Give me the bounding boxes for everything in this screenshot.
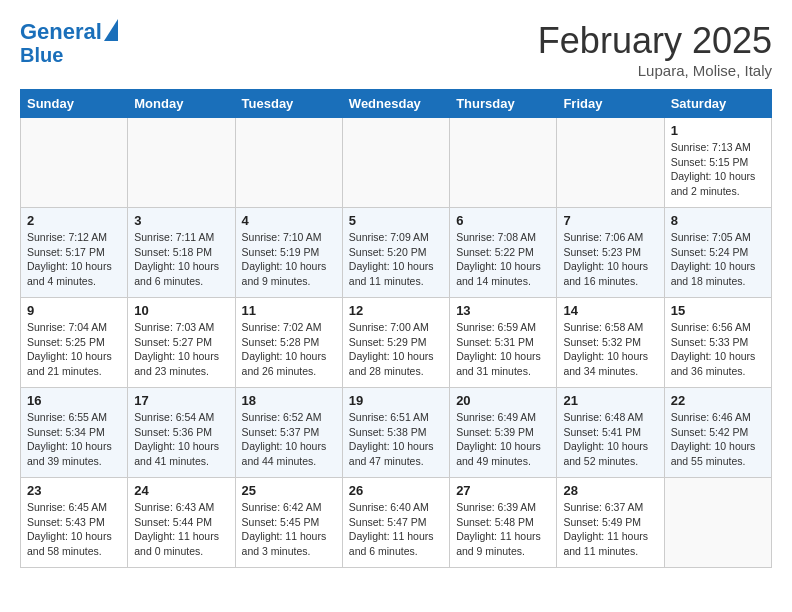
day-info: Sunrise: 6:40 AMSunset: 5:47 PMDaylight:… [349, 500, 443, 559]
day-info: Sunrise: 7:11 AMSunset: 5:18 PMDaylight:… [134, 230, 228, 289]
day-info: Sunrise: 7:10 AMSunset: 5:19 PMDaylight:… [242, 230, 336, 289]
day-cell: 12Sunrise: 7:00 AMSunset: 5:29 PMDayligh… [342, 298, 449, 388]
logo: General Blue [20, 20, 118, 66]
day-cell: 3Sunrise: 7:11 AMSunset: 5:18 PMDaylight… [128, 208, 235, 298]
day-number: 28 [563, 483, 657, 498]
day-info: Sunrise: 6:49 AMSunset: 5:39 PMDaylight:… [456, 410, 550, 469]
day-cell: 8Sunrise: 7:05 AMSunset: 5:24 PMDaylight… [664, 208, 771, 298]
day-number: 16 [27, 393, 121, 408]
day-info: Sunrise: 6:51 AMSunset: 5:38 PMDaylight:… [349, 410, 443, 469]
month-title: February 2025 [538, 20, 772, 62]
day-number: 2 [27, 213, 121, 228]
day-number: 3 [134, 213, 228, 228]
week-row-2: 2Sunrise: 7:12 AMSunset: 5:17 PMDaylight… [21, 208, 772, 298]
day-number: 26 [349, 483, 443, 498]
weekday-header-thursday: Thursday [450, 90, 557, 118]
day-number: 22 [671, 393, 765, 408]
day-info: Sunrise: 7:02 AMSunset: 5:28 PMDaylight:… [242, 320, 336, 379]
day-cell: 25Sunrise: 6:42 AMSunset: 5:45 PMDayligh… [235, 478, 342, 568]
day-number: 21 [563, 393, 657, 408]
day-number: 11 [242, 303, 336, 318]
day-cell [557, 118, 664, 208]
page-header: General Blue February 2025 Lupara, Molis… [20, 20, 772, 79]
day-cell: 26Sunrise: 6:40 AMSunset: 5:47 PMDayligh… [342, 478, 449, 568]
day-cell: 22Sunrise: 6:46 AMSunset: 5:42 PMDayligh… [664, 388, 771, 478]
day-cell: 2Sunrise: 7:12 AMSunset: 5:17 PMDaylight… [21, 208, 128, 298]
day-cell: 19Sunrise: 6:51 AMSunset: 5:38 PMDayligh… [342, 388, 449, 478]
day-cell: 24Sunrise: 6:43 AMSunset: 5:44 PMDayligh… [128, 478, 235, 568]
day-cell: 20Sunrise: 6:49 AMSunset: 5:39 PMDayligh… [450, 388, 557, 478]
day-info: Sunrise: 6:46 AMSunset: 5:42 PMDaylight:… [671, 410, 765, 469]
day-info: Sunrise: 6:52 AMSunset: 5:37 PMDaylight:… [242, 410, 336, 469]
day-info: Sunrise: 6:58 AMSunset: 5:32 PMDaylight:… [563, 320, 657, 379]
week-row-4: 16Sunrise: 6:55 AMSunset: 5:34 PMDayligh… [21, 388, 772, 478]
day-number: 10 [134, 303, 228, 318]
day-number: 19 [349, 393, 443, 408]
day-info: Sunrise: 6:56 AMSunset: 5:33 PMDaylight:… [671, 320, 765, 379]
day-cell: 17Sunrise: 6:54 AMSunset: 5:36 PMDayligh… [128, 388, 235, 478]
day-info: Sunrise: 7:06 AMSunset: 5:23 PMDaylight:… [563, 230, 657, 289]
logo-text: General Blue [20, 20, 118, 66]
day-cell: 27Sunrise: 6:39 AMSunset: 5:48 PMDayligh… [450, 478, 557, 568]
day-info: Sunrise: 7:00 AMSunset: 5:29 PMDaylight:… [349, 320, 443, 379]
day-info: Sunrise: 7:09 AMSunset: 5:20 PMDaylight:… [349, 230, 443, 289]
day-cell: 5Sunrise: 7:09 AMSunset: 5:20 PMDaylight… [342, 208, 449, 298]
week-row-3: 9Sunrise: 7:04 AMSunset: 5:25 PMDaylight… [21, 298, 772, 388]
day-info: Sunrise: 7:13 AMSunset: 5:15 PMDaylight:… [671, 140, 765, 199]
day-info: Sunrise: 6:39 AMSunset: 5:48 PMDaylight:… [456, 500, 550, 559]
day-number: 8 [671, 213, 765, 228]
day-info: Sunrise: 7:03 AMSunset: 5:27 PMDaylight:… [134, 320, 228, 379]
week-row-5: 23Sunrise: 6:45 AMSunset: 5:43 PMDayligh… [21, 478, 772, 568]
weekday-header-friday: Friday [557, 90, 664, 118]
day-info: Sunrise: 7:12 AMSunset: 5:17 PMDaylight:… [27, 230, 121, 289]
weekday-header-monday: Monday [128, 90, 235, 118]
location: Lupara, Molise, Italy [538, 62, 772, 79]
day-cell: 15Sunrise: 6:56 AMSunset: 5:33 PMDayligh… [664, 298, 771, 388]
weekday-header-row: SundayMondayTuesdayWednesdayThursdayFrid… [21, 90, 772, 118]
day-cell: 7Sunrise: 7:06 AMSunset: 5:23 PMDaylight… [557, 208, 664, 298]
day-cell: 4Sunrise: 7:10 AMSunset: 5:19 PMDaylight… [235, 208, 342, 298]
day-cell: 28Sunrise: 6:37 AMSunset: 5:49 PMDayligh… [557, 478, 664, 568]
day-cell: 9Sunrise: 7:04 AMSunset: 5:25 PMDaylight… [21, 298, 128, 388]
day-info: Sunrise: 6:54 AMSunset: 5:36 PMDaylight:… [134, 410, 228, 469]
day-number: 18 [242, 393, 336, 408]
day-number: 27 [456, 483, 550, 498]
day-number: 12 [349, 303, 443, 318]
day-info: Sunrise: 6:42 AMSunset: 5:45 PMDaylight:… [242, 500, 336, 559]
day-cell [450, 118, 557, 208]
day-number: 14 [563, 303, 657, 318]
calendar: SundayMondayTuesdayWednesdayThursdayFrid… [20, 89, 772, 568]
day-number: 25 [242, 483, 336, 498]
day-cell: 21Sunrise: 6:48 AMSunset: 5:41 PMDayligh… [557, 388, 664, 478]
day-number: 6 [456, 213, 550, 228]
day-info: Sunrise: 6:59 AMSunset: 5:31 PMDaylight:… [456, 320, 550, 379]
logo-icon [104, 19, 118, 41]
day-number: 4 [242, 213, 336, 228]
day-number: 17 [134, 393, 228, 408]
day-info: Sunrise: 6:55 AMSunset: 5:34 PMDaylight:… [27, 410, 121, 469]
day-number: 7 [563, 213, 657, 228]
day-cell: 13Sunrise: 6:59 AMSunset: 5:31 PMDayligh… [450, 298, 557, 388]
day-info: Sunrise: 6:48 AMSunset: 5:41 PMDaylight:… [563, 410, 657, 469]
weekday-header-wednesday: Wednesday [342, 90, 449, 118]
title-area: February 2025 Lupara, Molise, Italy [538, 20, 772, 79]
day-cell: 18Sunrise: 6:52 AMSunset: 5:37 PMDayligh… [235, 388, 342, 478]
weekday-header-sunday: Sunday [21, 90, 128, 118]
day-cell: 10Sunrise: 7:03 AMSunset: 5:27 PMDayligh… [128, 298, 235, 388]
day-info: Sunrise: 6:37 AMSunset: 5:49 PMDaylight:… [563, 500, 657, 559]
day-info: Sunrise: 7:08 AMSunset: 5:22 PMDaylight:… [456, 230, 550, 289]
day-cell: 6Sunrise: 7:08 AMSunset: 5:22 PMDaylight… [450, 208, 557, 298]
day-info: Sunrise: 7:04 AMSunset: 5:25 PMDaylight:… [27, 320, 121, 379]
week-row-1: 1Sunrise: 7:13 AMSunset: 5:15 PMDaylight… [21, 118, 772, 208]
day-cell: 16Sunrise: 6:55 AMSunset: 5:34 PMDayligh… [21, 388, 128, 478]
day-number: 9 [27, 303, 121, 318]
day-cell: 23Sunrise: 6:45 AMSunset: 5:43 PMDayligh… [21, 478, 128, 568]
day-number: 13 [456, 303, 550, 318]
day-cell [21, 118, 128, 208]
day-number: 15 [671, 303, 765, 318]
weekday-header-tuesday: Tuesday [235, 90, 342, 118]
day-cell: 11Sunrise: 7:02 AMSunset: 5:28 PMDayligh… [235, 298, 342, 388]
weekday-header-saturday: Saturday [664, 90, 771, 118]
day-info: Sunrise: 6:43 AMSunset: 5:44 PMDaylight:… [134, 500, 228, 559]
day-number: 23 [27, 483, 121, 498]
